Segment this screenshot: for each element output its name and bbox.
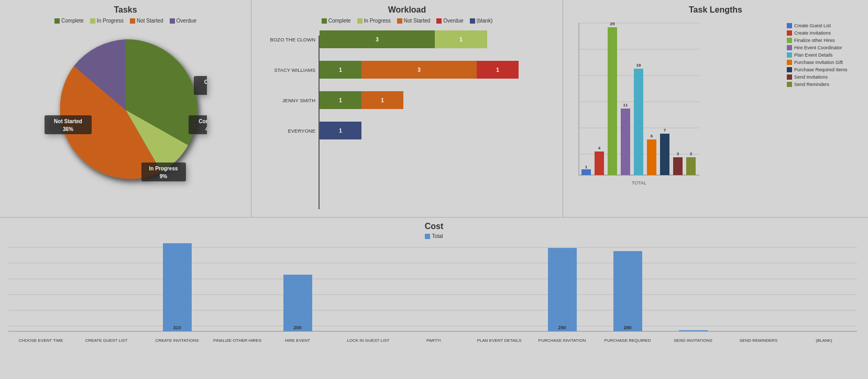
cost-total-label: Total xyxy=(432,233,443,239)
wl-complete-label: Complete xyxy=(328,18,351,24)
svg-text:HIRE EVENT: HIRE EVENT xyxy=(285,338,310,343)
tl-bar-plan-event xyxy=(634,69,643,175)
tl-legend-purchase-req: Purchase Required Items xyxy=(787,67,863,72)
svg-text:PURCHASE INVITATION: PURCHASE INVITATION xyxy=(539,338,586,343)
tl-legend-create-guest: Create Guest List xyxy=(787,23,863,28)
tl-legend-send-inv-label: Send Invitations xyxy=(794,74,828,80)
legend-complete: Complete xyxy=(54,18,84,24)
tl-bar-create-invitations xyxy=(595,151,604,175)
wl-blank-dot xyxy=(470,18,475,24)
wl-legend-notstarted: Not Started xyxy=(397,18,431,24)
legend-overdue: Overdue xyxy=(170,18,196,24)
workload-legend: Complete In Progress Not Started Overdue… xyxy=(257,18,557,24)
svg-text:46%: 46% xyxy=(205,126,206,132)
tl-bar-send-reminders xyxy=(686,157,696,175)
cost-bar-purchase-req xyxy=(613,251,642,331)
dashboard: Tasks Complete In Progress Not Started O… xyxy=(0,0,868,379)
svg-text:11: 11 xyxy=(623,103,628,107)
tl-legend-plan-event-dot xyxy=(787,52,792,58)
wl-blank-label: (blank) xyxy=(477,18,493,24)
everyone-label: EVERYONE xyxy=(262,128,320,134)
wl-legend-blank: (blank) xyxy=(470,18,493,24)
tl-bar-send-invitations xyxy=(673,157,683,175)
svg-text:CHOOSE EVENT TIME: CHOOSE EVENT TIME xyxy=(19,338,63,343)
tl-legend-plan-event: Plan Event Details xyxy=(787,52,863,58)
task-lengths-bars-container: 1 4 25 11 18 xyxy=(568,18,782,196)
wl-notstarted-dot xyxy=(397,18,402,24)
cost-legend: Total xyxy=(8,233,860,239)
svg-text:1: 1 xyxy=(585,165,588,169)
svg-text:36%: 36% xyxy=(62,126,73,132)
tl-legend-finalize-dot xyxy=(787,38,792,43)
tl-legend-plan-event-label: Plan Event Details xyxy=(794,52,833,58)
workload-row-jenny: JENNY SMITH 1 1 xyxy=(262,88,557,113)
cost-chart-container: CHOOSE EVENT TIME CREATE GUEST LIST 310 … xyxy=(8,242,860,347)
tl-legend-purchase-req-dot xyxy=(787,67,792,72)
tl-bar-finalize-hires xyxy=(608,27,617,175)
svg-text:Overdue: Overdue xyxy=(204,79,206,85)
tl-legend-create-inv-label: Create Invitations xyxy=(794,30,831,36)
svg-text:SEND REMINDERS: SEND REMINDERS xyxy=(740,338,777,343)
cost-bar-hire-event xyxy=(283,275,312,331)
tl-legend-finalize-label: Finalize other Hires xyxy=(794,38,835,43)
jenny-bar-1: 1 xyxy=(320,91,361,109)
task-lengths-title: Task Lengths xyxy=(568,5,863,15)
tl-legend-create-guest-dot xyxy=(787,23,792,28)
stacy-bar-2: 3 xyxy=(361,61,477,79)
wl-legend-complete: Complete xyxy=(322,18,351,24)
tl-legend-send-rem: Send Reminders xyxy=(787,82,863,87)
overdue-label: Overdue xyxy=(177,18,196,24)
tasks-panel: Tasks Complete In Progress Not Started O… xyxy=(0,0,251,217)
workload-row-bozo: BOZO THE CLOWN 3 1 xyxy=(262,27,557,52)
stacy-bars: 1 3 1 xyxy=(320,61,519,79)
wl-legend-overdue: Overdue xyxy=(436,18,463,24)
svg-text:7: 7 xyxy=(664,128,666,133)
task-lengths-legend: Create Guest List Create Invitations Fin… xyxy=(782,18,863,196)
svg-text:9%: 9% xyxy=(159,174,167,179)
tasks-title: Tasks xyxy=(5,5,246,15)
svg-text:Complete: Complete xyxy=(199,118,207,124)
svg-text:PURCHASE REQUIRED: PURCHASE REQUIRED xyxy=(605,338,651,343)
workload-chart: BOZO THE CLOWN 3 1 STACY WILLIAMS 1 3 1 xyxy=(257,27,557,148)
wl-complete-dot xyxy=(322,18,327,24)
cost-bar-send-inv xyxy=(679,330,708,331)
legend-notstarted: Not Started xyxy=(130,18,163,24)
workload-row-stacy: STACY WILLIAMS 1 3 1 xyxy=(262,57,557,82)
tl-legend-create-inv: Create Invitations xyxy=(787,30,863,36)
svg-text:CREATE GUEST LIST: CREATE GUEST LIST xyxy=(85,338,128,343)
inprogress-label: In Progress xyxy=(97,18,124,24)
wl-legend-inprogress: In Progress xyxy=(357,18,391,24)
tl-legend-send-rem-label: Send Reminders xyxy=(794,82,829,87)
pie-container: Overdue 9% Complete 46% Not Started 36% … xyxy=(5,29,246,191)
wl-overdue-label: Overdue xyxy=(443,18,463,24)
svg-text:290: 290 xyxy=(558,325,566,330)
tl-legend-purchase-req-label: Purchase Required Items xyxy=(794,67,848,72)
tl-bar-hire-event xyxy=(621,109,630,175)
stacy-bar-3: 1 xyxy=(477,61,519,79)
svg-text:18: 18 xyxy=(636,63,641,68)
wl-notstarted-label: Not Started xyxy=(404,18,431,24)
svg-text:FINALIZE OTHER HIRES: FINALIZE OTHER HIRES xyxy=(213,338,261,343)
stacy-bar-1: 1 xyxy=(320,61,361,79)
workload-row-everyone: EVERYONE 1 xyxy=(262,118,557,143)
svg-text:In Progress: In Progress xyxy=(149,166,178,171)
tl-legend-hire-coord-dot xyxy=(787,45,792,50)
svg-text:280: 280 xyxy=(623,325,631,330)
jenny-bar-2: 1 xyxy=(361,91,403,109)
tl-legend-purchase-gift-label: Purchase Invitation Gift xyxy=(794,60,843,65)
tl-legend-send-inv-dot xyxy=(787,74,792,80)
svg-text:CREATE INVITATIONS: CREATE INVITATIONS xyxy=(155,338,199,343)
svg-text:(BLANK): (BLANK) xyxy=(816,338,832,343)
everyone-bars: 1 xyxy=(320,122,361,139)
jenny-label: JENNY SMITH xyxy=(262,98,320,103)
inprogress-dot xyxy=(90,18,95,24)
complete-label: Complete xyxy=(61,18,84,24)
wl-overdue-dot xyxy=(436,18,442,24)
bozo-label: BOZO THE CLOWN xyxy=(262,37,320,42)
stacy-label: STACY WILLIAMS xyxy=(262,67,320,73)
tasks-legend: Complete In Progress Not Started Overdue xyxy=(5,18,246,24)
tl-bar-purchase-required xyxy=(660,134,669,175)
svg-text:25: 25 xyxy=(610,21,615,26)
cost-bar-create-inv xyxy=(163,243,192,331)
task-lengths-chart: 1 4 25 11 18 xyxy=(568,18,863,196)
